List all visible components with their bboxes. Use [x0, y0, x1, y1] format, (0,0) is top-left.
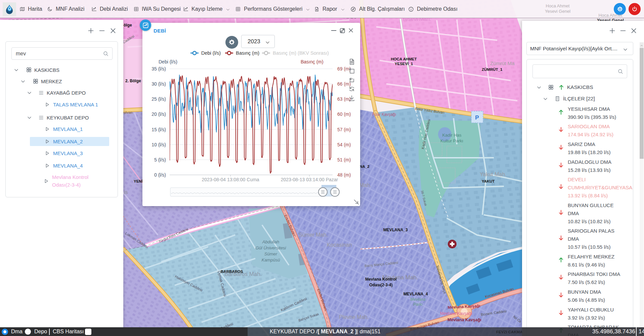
- svg-text:YAKUT: YAKUT: [482, 179, 495, 183]
- svg-text:2023-08-13 03:14:00 Pazar: 2023-08-13 03:14:00 Pazar: [281, 177, 338, 182]
- svg-text:48 (m): 48 (m): [337, 172, 351, 178]
- svg-text:Parkı: Parkı: [413, 302, 423, 307]
- svg-text:Debi (l/s): Debi (l/s): [201, 50, 221, 56]
- svg-text:YENİ: YENİ: [134, 179, 143, 183]
- svg-text:Gül Üniversitesi: Gül Üniversitesi: [255, 245, 286, 250]
- svg-text:25 (l/s): 25 (l/s): [152, 96, 166, 102]
- svg-text:Fuar Kavşağı: Fuar Kavşağı: [372, 112, 396, 117]
- svg-text:Basınç (m): Basınç (m): [301, 59, 324, 64]
- svg-text:Abdullah: Abdullah: [262, 239, 280, 244]
- svg-text:54 (m): 54 (m): [337, 142, 351, 147]
- svg-text:69 (m): 69 (m): [337, 66, 351, 71]
- svg-text:Mevlana Kavşağı: Mevlana Kavşağı: [447, 318, 481, 322]
- svg-text:30 (l/s): 30 (l/s): [152, 81, 166, 87]
- svg-text:Kocasinan: Kocasinan: [327, 242, 352, 248]
- svg-text:5 (l/s): 5 (l/s): [154, 157, 166, 162]
- svg-text:HOCA AHMET: HOCA AHMET: [391, 57, 417, 61]
- svg-text:66 (m): 66 (m): [337, 81, 351, 87]
- svg-text:Basınç (m) (BKV Sonrası): Basınç (m) (BKV Sonrası): [273, 50, 329, 56]
- svg-text:is: is: [124, 189, 128, 195]
- svg-text:63 (m): 63 (m): [337, 96, 351, 102]
- svg-text:Debi (l/s): Debi (l/s): [159, 59, 177, 64]
- svg-text:Mevlana Kontrol: Mevlana Kontrol: [365, 277, 396, 282]
- svg-text:MEVLANA_4: MEVLANA_4: [403, 292, 428, 296]
- svg-text:2023-08-04 13:08:00 Cuma: 2023-08-04 13:08:00 Cuma: [202, 177, 259, 182]
- svg-text:20 (l/s): 20 (l/s): [152, 111, 166, 117]
- svg-text:Mah.: Mah.: [359, 182, 372, 188]
- svg-text:YESEVİ_1: YESEVİ_1: [395, 62, 413, 66]
- svg-text:ZÜMRÜT_1: ZÜMRÜT_1: [482, 67, 503, 71]
- svg-text:Sümer Mah.: Sümer Mah.: [299, 232, 328, 238]
- svg-text:Sümer: Sümer: [264, 251, 277, 256]
- svg-text:ulvarı: ulvarı: [124, 110, 133, 114]
- svg-text:MEVLANA_3: MEVLANA_3: [383, 228, 408, 232]
- svg-text:Plevne Mah.: Plevne Mah.: [339, 314, 369, 320]
- svg-text:35 (l/s): 35 (l/s): [152, 66, 166, 71]
- svg-text:Barbaros Mah.: Barbaros Mah.: [224, 271, 262, 277]
- svg-text:2. Bölge: 2. Bölge: [125, 79, 141, 83]
- svg-text:Zümrüt Ma: Zümrüt Ma: [490, 60, 515, 66]
- svg-text:0 (l/s): 0 (l/s): [154, 172, 166, 178]
- svg-text:Yakut Mah.: Yakut Mah.: [480, 172, 507, 177]
- svg-text:51 (m): 51 (m): [337, 157, 351, 162]
- svg-text:Mevlana Kavşağı: Mevlana Kavşağı: [440, 311, 472, 316]
- svg-text:Odası(2-3-4): Odası(2-3-4): [369, 283, 392, 287]
- svg-text:10 (l/s): 10 (l/s): [152, 142, 166, 147]
- svg-text:Kultur Parkı: Kultur Parkı: [440, 138, 463, 143]
- svg-text:Kampüsü: Kampüsü: [262, 257, 280, 262]
- svg-text:ölge: ölge: [124, 23, 132, 28]
- svg-text:Basınç (m): Basınç (m): [236, 50, 259, 56]
- svg-text:P: P: [475, 114, 479, 121]
- svg-text:Kadir Has: Kadir Has: [442, 133, 462, 138]
- svg-text:57 (m): 57 (m): [337, 127, 351, 132]
- svg-text:15 (l/s): 15 (l/s): [152, 127, 166, 132]
- svg-text:Mevlana: Mevlana: [410, 297, 426, 302]
- svg-text:60 (m): 60 (m): [337, 111, 351, 117]
